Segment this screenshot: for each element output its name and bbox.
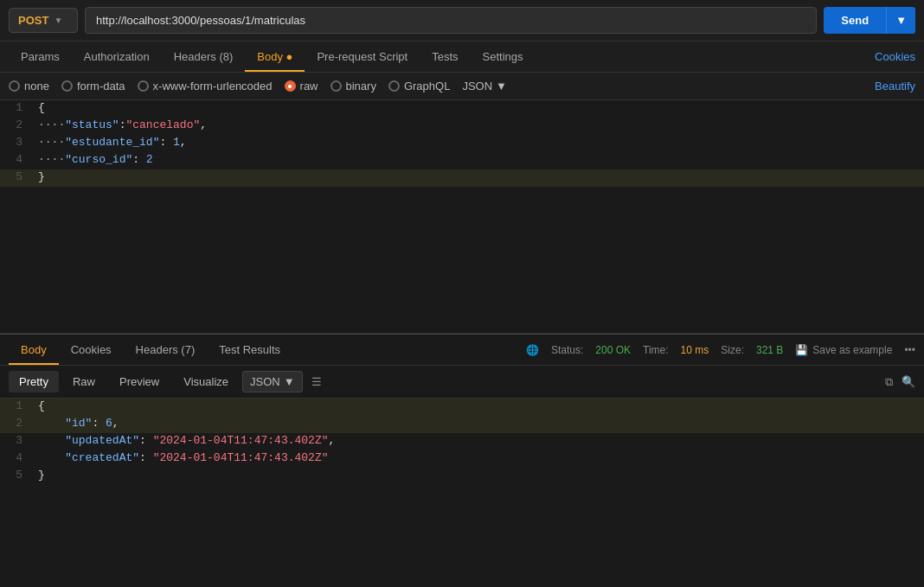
size-label: Size: xyxy=(721,344,744,356)
res-tab-body[interactable]: Body xyxy=(9,335,59,365)
response-line-2: 2 "id": 6, xyxy=(0,416,924,433)
line-number: 3 xyxy=(0,434,35,447)
tab-headers[interactable]: Headers (8) xyxy=(162,41,246,72)
method-dropdown[interactable]: POST ▼ xyxy=(9,8,78,33)
code-content: ····"estudante_id": 1, xyxy=(35,136,924,149)
json-format-label: JSON xyxy=(462,80,492,93)
chevron-down-icon: ▼ xyxy=(54,16,62,25)
radio-raw[interactable]: raw xyxy=(285,80,318,93)
radio-binary-dot xyxy=(330,80,342,92)
cookies-link[interactable]: Cookies xyxy=(875,41,915,72)
save-example-button[interactable]: 💾 Save as example xyxy=(795,344,892,356)
tab-params[interactable]: Params xyxy=(9,41,72,72)
line-number: 2 xyxy=(0,118,35,131)
view-tab-preview[interactable]: Preview xyxy=(109,371,170,392)
tab-authorization[interactable]: Authorization xyxy=(72,41,162,72)
request-body-editor[interactable]: 1 { 2 ····"status":"cancelado", 3 ····"e… xyxy=(0,100,924,334)
tab-settings[interactable]: Settings xyxy=(471,41,536,72)
status-value: 200 OK xyxy=(595,344,631,356)
tab-pre-request[interactable]: Pre-request Script xyxy=(305,41,420,72)
globe-icon: 🌐 xyxy=(526,344,539,356)
code-content: } xyxy=(35,469,924,482)
view-tab-pretty[interactable]: Pretty xyxy=(9,371,59,392)
radio-urlencoded[interactable]: x-www-form-urlencoded xyxy=(138,80,273,93)
radio-none-dot xyxy=(9,80,20,92)
line-number: 5 xyxy=(0,170,35,183)
response-meta: 🌐 Status: 200 OK Time: 10 ms Size: 321 B… xyxy=(526,344,915,356)
line-number: 2 xyxy=(0,417,35,430)
radio-graphql-dot xyxy=(388,80,400,92)
response-body-editor[interactable]: 1 { 2 "id": 6, 3 "updatedAt": "2024-01-0… xyxy=(0,399,924,485)
radio-raw-label: raw xyxy=(300,80,318,93)
response-json-dropdown[interactable]: JSON ▼ xyxy=(242,371,303,392)
radio-none-label: none xyxy=(24,80,49,93)
res-tab-cookies[interactable]: Cookies xyxy=(59,335,124,365)
save-example-label: Save as example xyxy=(812,344,892,356)
radio-graphql[interactable]: GraphQL xyxy=(388,80,450,93)
filter-icon[interactable]: ☰ xyxy=(311,375,322,388)
request-line-4: 4 ····"curso_id": 2 xyxy=(0,152,924,169)
size-value: 321 B xyxy=(756,344,783,356)
code-content: ····"status":"cancelado", xyxy=(35,118,924,131)
code-content: { xyxy=(35,399,924,412)
response-tabs-row: Body Cookies Headers (7) Test Results 🌐 … xyxy=(0,334,924,366)
send-button[interactable]: Send ▼ xyxy=(824,7,915,34)
radio-binary[interactable]: binary xyxy=(330,80,376,93)
view-tabs-row: Pretty Raw Preview Visualize JSON ▼ ☰ ⧉ … xyxy=(0,366,924,399)
code-content: "updatedAt": "2024-01-04T11:47:43.402Z", xyxy=(35,434,924,447)
url-bar: POST ▼ Send ▼ xyxy=(0,0,924,41)
radio-raw-dot xyxy=(285,80,296,92)
res-tab-headers[interactable]: Headers (7) xyxy=(124,335,208,365)
line-number: 5 xyxy=(0,469,35,482)
radio-binary-label: binary xyxy=(346,80,376,93)
beautify-button[interactable]: Beautify xyxy=(875,80,915,93)
method-label: POST xyxy=(18,14,48,27)
body-options-row: none form-data x-www-form-urlencoded raw… xyxy=(0,73,924,100)
line-number: 4 xyxy=(0,451,35,464)
response-line-5: 5 } xyxy=(0,468,924,485)
status-label: Status: xyxy=(551,344,583,356)
radio-graphql-label: GraphQL xyxy=(404,80,450,93)
tab-body[interactable]: Body ● xyxy=(245,41,305,72)
res-tab-test-results[interactable]: Test Results xyxy=(207,335,292,365)
code-content: "createdAt": "2024-01-04T11:47:43.402Z" xyxy=(35,451,924,464)
radio-form-data-dot xyxy=(61,80,73,92)
code-content: ····"curso_id": 2 xyxy=(35,153,924,166)
more-options-icon[interactable]: ••• xyxy=(904,344,915,356)
request-tabs: Params Authorization Headers (8) Body ● … xyxy=(0,41,924,73)
response-icon-buttons: ⧉ 🔍 xyxy=(885,375,915,389)
line-number: 1 xyxy=(0,399,35,412)
url-input[interactable] xyxy=(85,7,817,34)
chevron-res-json-icon: ▼ xyxy=(284,375,295,388)
radio-urlencoded-label: x-www-form-urlencoded xyxy=(153,80,273,93)
send-label: Send xyxy=(824,7,886,34)
tab-tests[interactable]: Tests xyxy=(420,41,470,72)
code-content: { xyxy=(35,101,924,114)
request-line-1: 1 { xyxy=(0,100,924,118)
res-json-label: JSON xyxy=(250,375,280,388)
response-line-3: 3 "updatedAt": "2024-01-04T11:47:43.402Z… xyxy=(0,433,924,450)
search-icon[interactable]: 🔍 xyxy=(902,375,915,389)
chevron-json-icon: ▼ xyxy=(496,80,507,93)
copy-icon[interactable]: ⧉ xyxy=(885,375,893,389)
radio-none[interactable]: none xyxy=(9,80,49,93)
view-tab-raw[interactable]: Raw xyxy=(62,371,106,392)
response-line-4: 4 "createdAt": "2024-01-04T11:47:43.402Z… xyxy=(0,450,924,468)
response-line-1: 1 { xyxy=(0,399,924,416)
line-number: 3 xyxy=(0,136,35,149)
request-line-5: 5 } xyxy=(0,169,924,187)
line-number: 4 xyxy=(0,153,35,166)
line-number: 1 xyxy=(0,101,35,114)
view-tab-visualize[interactable]: Visualize xyxy=(173,371,239,392)
json-format-dropdown[interactable]: JSON ▼ xyxy=(462,80,507,93)
time-value: 10 ms xyxy=(681,344,709,356)
radio-form-data[interactable]: form-data xyxy=(61,80,125,93)
code-content: "id": 6, xyxy=(35,417,924,430)
time-label: Time: xyxy=(643,344,669,356)
request-line-2: 2 ····"status":"cancelado", xyxy=(0,118,924,135)
save-icon: 💾 xyxy=(795,344,808,356)
radio-urlencoded-dot xyxy=(138,80,149,92)
request-line-3: 3 ····"estudante_id": 1, xyxy=(0,135,924,152)
send-arrow-icon[interactable]: ▼ xyxy=(886,7,915,34)
response-section: Body Cookies Headers (7) Test Results 🌐 … xyxy=(0,334,924,485)
